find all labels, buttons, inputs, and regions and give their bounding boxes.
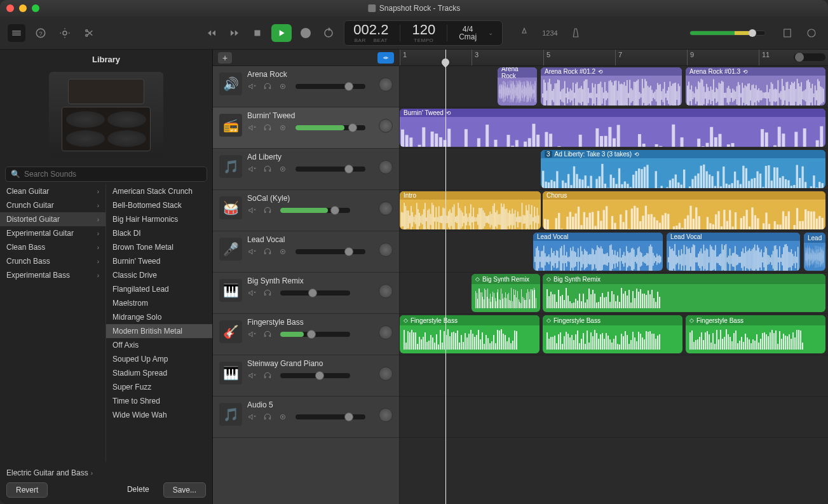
cycle-button[interactable]: [320, 24, 337, 42]
region[interactable]: ◇Big Synth Remix: [472, 274, 540, 312]
input-button[interactable]: [278, 123, 288, 133]
track-header[interactable]: 🎵 Audio 5: [213, 397, 399, 438]
region[interactable]: 3Ad Liberty: Take 3 (3 takes)⟲: [541, 150, 825, 188]
category-item[interactable]: Crunch Guitar›: [0, 198, 105, 212]
stop-button[interactable]: [248, 24, 266, 42]
track-volume-slider[interactable]: [295, 167, 365, 172]
pan-knob[interactable]: [379, 78, 393, 92]
track-volume-slider[interactable]: [280, 373, 350, 378]
tuner-button[interactable]: [515, 24, 533, 42]
add-track-button[interactable]: +: [218, 52, 232, 64]
mute-button[interactable]: [247, 205, 257, 215]
track-lane[interactable]: Arena Rock Arena Rock #01.2⟲ Arena Rock …: [400, 66, 828, 107]
delete-button[interactable]: Delete: [118, 482, 158, 498]
loops-button[interactable]: [803, 24, 820, 42]
track-header[interactable]: 🎹 Big Synth Remix: [213, 273, 399, 314]
mute-button[interactable]: [247, 123, 257, 133]
preset-item[interactable]: Time to Shred: [106, 394, 212, 408]
headphone-button[interactable]: [262, 412, 273, 422]
track-header[interactable]: 📻 Burnin' Tweed: [213, 107, 399, 149]
headphone-button[interactable]: [262, 329, 273, 339]
preset-item[interactable]: Modern British Metal: [106, 324, 212, 338]
record-button[interactable]: [297, 24, 315, 42]
headphone-button[interactable]: [262, 371, 273, 381]
ruler[interactable]: 1357911: [400, 50, 828, 66]
preset-item[interactable]: Maelstrom: [106, 296, 212, 310]
mute-button[interactable]: [247, 288, 257, 298]
region[interactable]: Arena Rock: [498, 67, 537, 106]
save-button[interactable]: Save...: [163, 482, 206, 498]
maximize-button[interactable]: [32, 4, 39, 12]
track-lane[interactable]: [400, 397, 828, 438]
master-track-button[interactable]: [377, 52, 394, 64]
preset-item[interactable]: Souped Up Amp: [106, 352, 212, 366]
pan-knob[interactable]: [379, 119, 393, 133]
category-item[interactable]: Experimental Bass›: [0, 268, 105, 282]
preset-item[interactable]: Big Hair Harmonics: [106, 212, 212, 226]
lcd-display[interactable]: 002.2 BARBEAT 120 TEMPO 4/4 Cmaj ⌄: [344, 20, 503, 46]
region[interactable]: ◇Big Synth Remix: [543, 274, 825, 312]
track-lane[interactable]: Lead Vocal Lead Vocal Lead: [400, 231, 828, 273]
count-in-button[interactable]: 1234: [542, 29, 557, 37]
region[interactable]: Lead Vocal: [533, 233, 663, 271]
track-header[interactable]: 🥁 SoCal (Kyle): [213, 190, 399, 231]
category-item[interactable]: Clean Guitar›: [0, 184, 105, 198]
category-item[interactable]: Clean Bass›: [0, 240, 105, 254]
revert-button[interactable]: Revert: [6, 482, 48, 498]
headphone-button[interactable]: [262, 81, 273, 92]
headphone-button[interactable]: [262, 247, 273, 257]
region[interactable]: Burnin' Tweed⟲: [400, 109, 825, 147]
preset-item[interactable]: Black DI: [106, 226, 212, 240]
preset-item[interactable]: Brown Tone Metal: [106, 240, 212, 254]
rewind-button[interactable]: [203, 24, 221, 42]
preset-item[interactable]: Stadium Spread: [106, 366, 212, 380]
input-button[interactable]: [278, 81, 288, 92]
track-header[interactable]: 🎤 Lead Vocal: [213, 231, 399, 273]
input-button[interactable]: [278, 247, 288, 257]
region[interactable]: Arena Rock #01.2⟲: [541, 67, 682, 106]
scissors-icon[interactable]: [80, 24, 98, 42]
timeline[interactable]: 1357911 Arena Rock Arena Rock #01.2⟲ Are…: [400, 50, 828, 504]
category-item[interactable]: Crunch Bass›: [0, 254, 105, 268]
library-toggle-button[interactable]: [8, 24, 25, 42]
pan-knob[interactable]: [379, 408, 393, 422]
track-volume-slider[interactable]: [295, 84, 365, 89]
category-item[interactable]: Experimental Guitar›: [0, 226, 105, 240]
pan-knob[interactable]: [379, 243, 393, 257]
close-button[interactable]: [6, 4, 14, 12]
track-header[interactable]: 🔊 Arena Rock: [213, 66, 399, 107]
search-input[interactable]: [24, 170, 201, 179]
region[interactable]: Arena Rock #01.3⟲: [686, 67, 825, 106]
track-lane[interactable]: ◇Fingerstyle Bass ◇Fingerstyle Bass ◇Fin…: [400, 314, 828, 355]
help-button[interactable]: ?: [32, 24, 50, 42]
mute-button[interactable]: [247, 164, 257, 174]
pan-knob[interactable]: [379, 367, 393, 381]
region[interactable]: Intro: [400, 191, 541, 229]
headphone-button[interactable]: [262, 164, 273, 174]
track-header[interactable]: 🎵 Ad Liberty: [213, 149, 399, 190]
track-volume-slider[interactable]: [280, 208, 350, 213]
track-lane[interactable]: [400, 355, 828, 397]
input-button[interactable]: [278, 412, 288, 422]
input-button[interactable]: [278, 164, 288, 174]
mute-button[interactable]: [247, 247, 257, 257]
mute-button[interactable]: [247, 371, 257, 381]
track-lane[interactable]: ◇Big Synth Remix ◇Big Synth Remix: [400, 273, 828, 314]
preset-item[interactable]: Bell-Bottomed Stack: [106, 198, 212, 212]
track-lane[interactable]: Burnin' Tweed⟲: [400, 107, 828, 149]
track-volume-slider[interactable]: [295, 414, 365, 419]
minimize-button[interactable]: [19, 4, 27, 12]
region[interactable]: ◇Fingerstyle Bass: [400, 315, 540, 353]
forward-button[interactable]: [226, 24, 243, 42]
preset-item[interactable]: American Stack Crunch: [106, 184, 212, 198]
region[interactable]: Lead Vocal: [667, 233, 800, 271]
region[interactable]: ◇Fingerstyle Bass: [686, 315, 825, 353]
preset-item[interactable]: Off Axis: [106, 338, 212, 352]
preset-item[interactable]: Flangilated Lead: [106, 282, 212, 296]
preset-item[interactable]: Super Fuzz: [106, 380, 212, 394]
track-header[interactable]: 🎹 Steinway Grand Piano: [213, 355, 399, 397]
notepad-button[interactable]: [778, 24, 796, 42]
track-volume-slider[interactable]: [295, 125, 365, 130]
preset-item[interactable]: Burnin' Tweed: [106, 254, 212, 268]
play-button[interactable]: [271, 24, 292, 42]
